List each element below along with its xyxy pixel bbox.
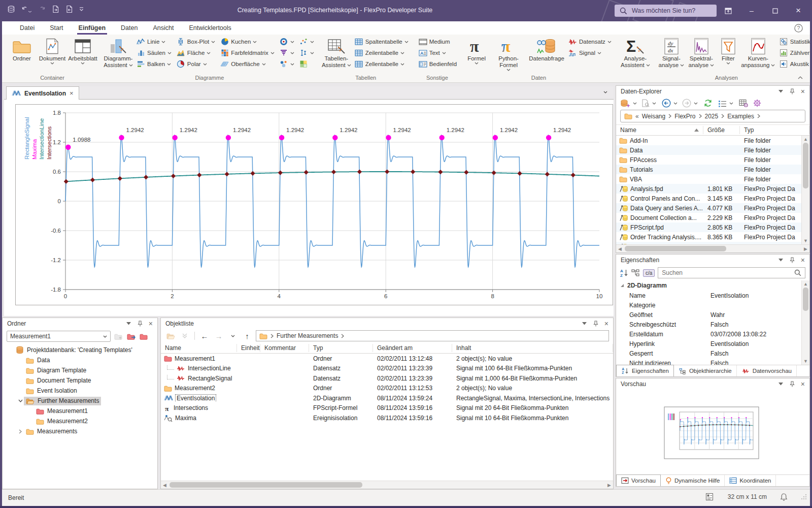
expander-icon[interactable] [17, 399, 24, 402]
property-row[interactable]: Nicht indizierenFalsch [616, 358, 809, 365]
menu-daten[interactable]: Daten [113, 21, 145, 35]
close-panel-icon[interactable]: × [801, 257, 805, 264]
objektliste-breadcrumb[interactable]: Further Measurements [256, 330, 609, 341]
expand-all-icon[interactable] [179, 331, 190, 341]
database-import-icon[interactable] [620, 99, 630, 108]
objektliste-row-measurement2[interactable]: Measurement2Ordner02/02/2011 13:12:532 o… [161, 384, 613, 394]
tree-item-further-measurements[interactable]: Further Measurements [3, 396, 157, 406]
property-row[interactable]: GeöffnetWahr [616, 310, 809, 320]
akustik-button[interactable]: Akustik [777, 58, 812, 70]
pin-icon[interactable] [137, 321, 143, 327]
data-grid-icon[interactable] [739, 99, 748, 107]
pin-icon[interactable] [593, 321, 598, 327]
close-button[interactable]: × [787, 0, 810, 21]
open-object-icon[interactable] [165, 331, 176, 341]
close-panel-icon[interactable]: × [801, 380, 805, 388]
tab-datenvorschau[interactable]: Datenvorschau [737, 365, 797, 376]
help-icon[interactable]: ? [794, 24, 803, 33]
undo-icon[interactable] [21, 6, 31, 13]
property-group[interactable]: 2D-Diagramm [616, 280, 809, 291]
column-header[interactable]: Einheit [237, 344, 260, 352]
panel-menu-caret-icon[interactable] [582, 322, 587, 325]
notifications-bell-icon[interactable] [780, 493, 788, 501]
pin-icon[interactable] [789, 257, 795, 263]
forward-icon[interactable]: → [213, 331, 224, 341]
datenabfrage-button[interactable]: Datenabfrage [528, 36, 565, 62]
objektliste-row-maxima[interactable]: MaximaEreignisisolation08/11/2024 13:59:… [161, 413, 613, 423]
signalanalyse-button[interactable]: dydx Signal- analyse [657, 36, 686, 69]
objektliste-row-intersections[interactable]: πIntersectionsFPScript-Formel08/11/2024 … [161, 403, 613, 414]
saeulen-button[interactable]: Säulen [134, 47, 174, 58]
property-row[interactable]: GesperrtFalsch [616, 348, 809, 358]
show-values-toggle[interactable]: c/a [643, 269, 655, 277]
balken-button[interactable]: Balken [134, 58, 174, 70]
tornado-chart-button[interactable] [278, 47, 296, 58]
menu-start[interactable]: Start [42, 21, 71, 35]
collapse-crumb-icon[interactable]: « [635, 113, 639, 120]
breadcrumb-item[interactable]: Further Measurements [277, 332, 338, 339]
tab-eventisolation[interactable]: EventIsolation × [6, 86, 79, 100]
customize-qat-icon[interactable] [79, 7, 84, 11]
pin-icon[interactable] [789, 88, 795, 94]
filter-button[interactable]: Filter [717, 36, 740, 65]
explorer-row[interactable]: VBAFile folder [616, 174, 809, 184]
breadcrumb-item[interactable]: FlexPro [674, 113, 695, 120]
column-header[interactable]: Typ [309, 344, 373, 352]
tab-koordinaten[interactable]: Koordinaten [725, 475, 776, 486]
kurvenanpassung-button[interactable]: Kurven- anpassung [740, 36, 776, 69]
refresh-icon[interactable] [703, 99, 713, 108]
tree-item-measurements[interactable]: Measurements [3, 426, 157, 436]
tree-item-document-template[interactable]: Document Template [3, 375, 157, 386]
ribbon-display-options-icon[interactable] [717, 0, 740, 21]
ordner-button[interactable]: Ordner [7, 36, 37, 62]
copy-page-icon[interactable] [65, 5, 73, 13]
map-chart-button[interactable] [297, 58, 316, 70]
python-formel-button[interactable]: π Python-Formel [489, 36, 528, 72]
zaehlverfahren-button[interactable]: Zählverfahren [777, 47, 812, 58]
close-panel-icon[interactable]: × [149, 320, 153, 327]
explorer-row[interactable]: Order Tracking Analysis....8.365 KBFlexP… [616, 232, 809, 242]
breadcrumb-item[interactable]: 2025 [705, 113, 719, 120]
new-folder-icon[interactable] [140, 333, 148, 340]
vertical-scrollbar[interactable]: ▲▼ [801, 280, 809, 365]
tab-vorschau[interactable]: Vorschau [616, 474, 661, 486]
kuchen-button[interactable]: Kuchen [218, 36, 277, 47]
horizontal-scrollbar[interactable]: ◀▶ [616, 244, 809, 252]
file-preview-icon[interactable] [641, 99, 650, 107]
property-row[interactable]: Erstelldatum03/07/2008 13:08:22 [616, 329, 809, 339]
menu-entwicklertools[interactable]: Entwicklertools [181, 21, 239, 35]
tree-item-measurement2[interactable]: Measurement2 [3, 416, 157, 426]
column-header[interactable]: Geändert am [373, 344, 452, 352]
paste-page-icon[interactable] [52, 5, 59, 13]
explorer-row[interactable] [616, 242, 809, 244]
explorer-row[interactable]: Document Collection a...2.229 KBFlexPro … [616, 213, 809, 223]
column-header[interactable]: Inhalt [452, 344, 613, 352]
forward-icon[interactable] [682, 99, 691, 108]
objektliste-row-rectanglesignal[interactable]: RectangleSignalDatensatz02/02/2011 13:23… [161, 373, 613, 384]
close-panel-icon[interactable]: × [604, 320, 608, 327]
vertical-scrollbar[interactable]: ▲▼ [801, 136, 809, 244]
donut-chart-button[interactable] [278, 36, 296, 47]
page-setup-icon[interactable] [705, 493, 715, 501]
bubble-chart-button[interactable] [278, 58, 296, 70]
arbeitsblatt-button[interactable]: Arbeitsblatt [67, 36, 98, 65]
explorer-row[interactable]: Data Query and Series A...4.077 KBFlexPr… [616, 203, 809, 213]
minimize-button[interactable]: – [740, 0, 763, 21]
sort-az-icon[interactable]: AZ [620, 269, 628, 277]
farbfeldmatrix-button[interactable]: Farbfeldmatrix [218, 47, 277, 58]
text-button[interactable]: AText [417, 47, 459, 58]
view-list-icon[interactable] [718, 100, 727, 107]
explorer-header[interactable]: Name Größe Typ [616, 124, 809, 136]
zeilentabelle-button[interactable]: Zeilentabelle [353, 47, 411, 58]
explorer-row[interactable]: TutorialsFile folder [616, 165, 809, 174]
medium-button[interactable]: Medium [417, 36, 459, 47]
tab-list-caret-icon[interactable] [603, 91, 607, 93]
tree-item-measurement1[interactable]: Measurement1 [3, 406, 157, 416]
explorer-row[interactable]: FPScript.fpd2.805 KBFlexPro Project Da [616, 223, 809, 232]
tab-eigenschaften[interactable]: AZEigenschaften [616, 365, 674, 376]
linie-button[interactable]: Linie [134, 36, 174, 47]
zellentabelle-button[interactable]: Zellentabelle [353, 58, 411, 70]
save-project-icon[interactable] [7, 5, 15, 13]
polar-button[interactable]: Polar [175, 58, 217, 70]
tab-dynamische-hilfe[interactable]: Dynamische Hilfe [661, 475, 725, 486]
